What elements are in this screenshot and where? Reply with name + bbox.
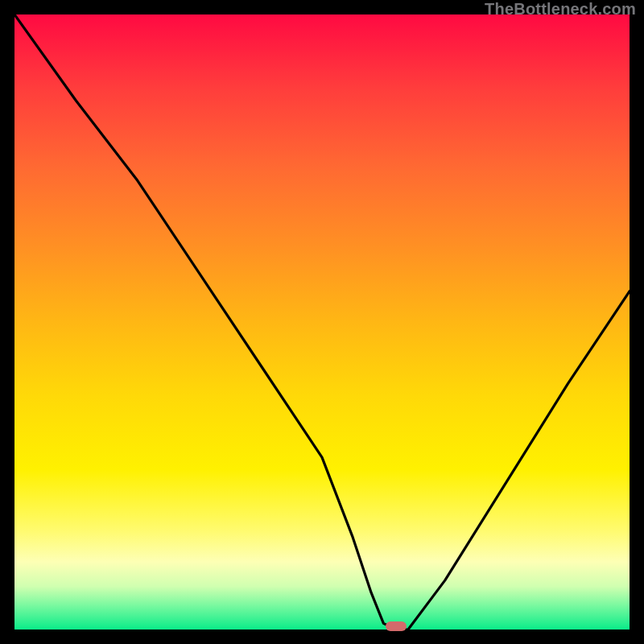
bottleneck-curve: [14, 14, 630, 630]
chart-container: TheBottleneck.com: [0, 0, 644, 644]
optimal-marker: [386, 621, 407, 631]
watermark-text: TheBottleneck.com: [485, 0, 636, 19]
plot-area: [14, 14, 630, 630]
